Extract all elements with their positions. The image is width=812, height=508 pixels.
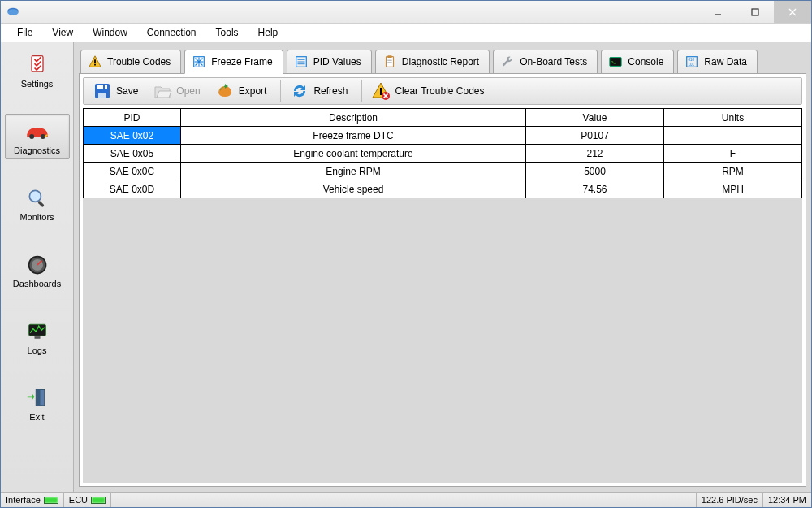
status-clock: 12:34 PM: [763, 493, 811, 507]
sidebar-item-settings[interactable]: Settings: [5, 47, 70, 93]
status-ecu: ECU: [64, 493, 111, 507]
open-icon: [153, 81, 172, 101]
sidebar-item-diagnostics[interactable]: Diagnostics: [5, 114, 70, 159]
tab-trouble-codes[interactable]: Trouble Codes: [80, 50, 181, 74]
button-label: Clear Trouble Codes: [395, 85, 484, 97]
tab-pid-values[interactable]: PID Values: [287, 50, 372, 74]
svg-rect-29: [386, 57, 393, 67]
cell-pid[interactable]: SAE 0x05: [84, 145, 181, 163]
menu-file[interactable]: File: [7, 24, 42, 41]
wrench-icon: [500, 54, 515, 69]
button-label: Open: [176, 85, 200, 97]
svg-rect-19: [94, 64, 96, 66]
cell-units[interactable]: F: [664, 145, 802, 163]
svg-rect-15: [34, 336, 40, 339]
svg-rect-10: [37, 201, 45, 208]
tab-diagnostic-report[interactable]: Diagnostic Report: [375, 50, 490, 74]
svg-rect-40: [98, 93, 106, 98]
table-row[interactable]: SAE 0x02 Freeze frame DTC P0107: [84, 127, 802, 145]
binary-icon: 010101: [685, 54, 699, 69]
tab-onboard-tests[interactable]: On-Board Tests: [493, 50, 598, 74]
table-row[interactable]: SAE 0x0C Engine RPM 5000 RPM: [84, 163, 802, 180]
sidebar-item-logs[interactable]: Logs: [5, 314, 70, 359]
cell-pid[interactable]: SAE 0x02: [84, 127, 181, 145]
exit-icon: [24, 386, 51, 410]
tab-label: On-Board Tests: [520, 56, 587, 67]
car-icon: [24, 119, 51, 144]
tab-console[interactable]: >_ Console: [601, 50, 674, 74]
clear-codes-button[interactable]: Clear Trouble Codes: [367, 78, 493, 104]
sidebar-item-label: Exit: [29, 412, 44, 422]
cell-desc[interactable]: Engine coolant temperature: [181, 145, 526, 163]
sidebar-item-exit[interactable]: Exit: [5, 380, 70, 426]
table-area[interactable]: PID Description Value Units SAE 0x02 Fre…: [83, 108, 802, 483]
svg-point-9: [29, 190, 41, 202]
toolbar-separator: [280, 80, 281, 102]
save-button[interactable]: Save: [89, 78, 147, 104]
status-ecu-label: ECU: [69, 495, 88, 505]
svg-rect-30: [387, 55, 391, 58]
tab-label: Freeze Frame: [211, 56, 272, 67]
status-spacer: [111, 493, 697, 507]
content-pane: Save Open Export Refresh C: [79, 73, 806, 487]
warning-clear-icon: [371, 81, 391, 101]
tab-label: Raw Data: [704, 56, 747, 67]
cell-units[interactable]: MPH: [664, 180, 802, 198]
col-pid[interactable]: PID: [84, 109, 181, 127]
col-value[interactable]: Value: [526, 109, 664, 127]
cell-pid[interactable]: SAE 0x0D: [84, 180, 181, 198]
menu-view[interactable]: View: [42, 24, 83, 41]
status-interface-label: Interface: [6, 495, 41, 505]
sidebar-item-label: Settings: [21, 79, 54, 89]
terminal-icon: >_: [608, 54, 623, 69]
sidebar-item-label: Diagnostics: [14, 145, 60, 155]
table-row[interactable]: SAE 0x05 Engine coolant temperature 212 …: [84, 145, 802, 163]
svg-text:101: 101: [689, 63, 695, 67]
sidebar-item-label: Logs: [28, 345, 47, 355]
button-label: Refresh: [313, 85, 348, 97]
statusbar: Interface ECU 122.6 PID/sec 12:34 PM: [1, 492, 811, 507]
menu-window[interactable]: Window: [83, 24, 137, 41]
svg-rect-41: [103, 85, 105, 89]
sidebar-item-label: Monitors: [19, 212, 54, 222]
table-row[interactable]: SAE 0x0D Vehicle speed 74.56 MPH: [84, 180, 802, 198]
minimize-button[interactable]: [699, 1, 736, 23]
warning-icon: [88, 54, 102, 69]
col-description[interactable]: Description: [181, 109, 526, 127]
export-button[interactable]: Export: [211, 78, 276, 104]
cell-desc[interactable]: Vehicle speed: [181, 180, 526, 198]
tab-label: Console: [628, 56, 663, 67]
maximize-button[interactable]: [736, 1, 774, 23]
close-button[interactable]: [774, 1, 811, 23]
cell-desc[interactable]: Freeze frame DTC: [181, 127, 526, 145]
cell-units[interactable]: [664, 127, 802, 145]
cell-value[interactable]: 212: [526, 145, 664, 163]
menu-connection[interactable]: Connection: [137, 24, 206, 41]
sidebar-item-monitors[interactable]: Monitors: [5, 180, 70, 226]
list-icon: [294, 54, 309, 69]
cell-desc[interactable]: Engine RPM: [181, 163, 526, 180]
sidebar-item-dashboards[interactable]: Dashboards: [5, 247, 70, 293]
sidebar: Settings Diagnostics Monitors Dashboards: [1, 42, 74, 492]
cell-value[interactable]: P0107: [526, 127, 664, 145]
tab-label: Diagnostic Report: [402, 56, 479, 67]
save-icon: [93, 81, 112, 101]
cell-pid[interactable]: SAE 0x0C: [84, 163, 181, 180]
cell-value[interactable]: 74.56: [526, 180, 664, 198]
freeze-frame-table: PID Description Value Units SAE 0x02 Fre…: [83, 108, 802, 198]
tab-raw-data[interactable]: 010101 Raw Data: [677, 50, 758, 74]
svg-point-7: [29, 134, 34, 139]
cell-units[interactable]: RPM: [664, 163, 802, 180]
menu-help[interactable]: Help: [248, 24, 288, 41]
toolbar-separator: [361, 80, 362, 102]
status-interface: Interface: [1, 493, 64, 507]
tab-freeze-frame[interactable]: Freeze Frame: [184, 50, 283, 74]
cell-value[interactable]: 5000: [526, 163, 664, 180]
app-icon: [6, 5, 20, 20]
menu-tools[interactable]: Tools: [206, 24, 248, 41]
col-units[interactable]: Units: [664, 109, 802, 127]
tab-label: PID Values: [313, 56, 361, 67]
status-pid-rate: 122.6 PID/sec: [697, 493, 763, 507]
open-button[interactable]: Open: [149, 78, 209, 104]
refresh-button[interactable]: Refresh: [286, 78, 356, 104]
